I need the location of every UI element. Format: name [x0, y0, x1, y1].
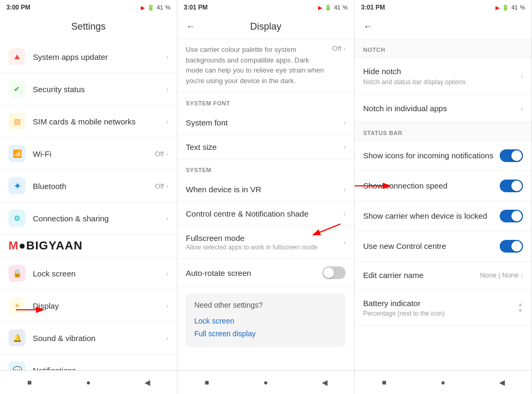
- settings-item-display[interactable]: ☀ Display ›: [0, 290, 177, 322]
- right-item-hide-notch[interactable]: Hide notch Notch and status bar display …: [355, 58, 531, 95]
- connection-label: Connection & sharing: [33, 214, 166, 223]
- sound-label: Sound & vibration: [33, 334, 166, 343]
- right-item-show-carrier[interactable]: Show carrier when device is locked: [355, 201, 531, 231]
- new-control-toggle[interactable]: [500, 240, 523, 253]
- dark-mode-row[interactable]: Use carrier colour palette for system ba…: [177, 39, 354, 93]
- right-item-new-control[interactable]: Use new Control centre: [355, 231, 531, 262]
- battery-icon-1: 🔋: [147, 4, 155, 11]
- dark-mode-chevron: ›: [344, 44, 346, 52]
- system-font-title: System font: [186, 118, 344, 127]
- right-item-edit-carrier[interactable]: Edit carrier name None | None ›: [355, 262, 531, 290]
- other-settings-link-lock[interactable]: Lock screen: [194, 315, 337, 327]
- settings-item-notifications[interactable]: 💬 Notifications ›: [0, 354, 177, 370]
- vr-title: When device is in VR: [186, 185, 344, 194]
- chevron-text-size: ›: [344, 143, 346, 151]
- nav-circle-2[interactable]: ●: [259, 376, 272, 389]
- nav-circle-1[interactable]: ●: [82, 376, 95, 389]
- show-icons-toggle[interactable]: [500, 149, 523, 162]
- battery-down-icon: ▼: [518, 308, 523, 314]
- display-item-system-font[interactable]: System font ›: [177, 111, 354, 135]
- battery-icon-2: 🔋: [324, 4, 332, 11]
- edit-carrier-value: None | None: [480, 271, 519, 279]
- control-centre-title: Control centre & Notification shade: [186, 209, 344, 218]
- sim-icon: ▤: [8, 113, 25, 130]
- bottom-nav-1: ■ ● ◀: [0, 370, 177, 394]
- wifi-label: Wi-Fi: [33, 149, 155, 158]
- settings-panel: 3:00 PM ▶ 🔋 41% Settings 🔺 System apps u…: [0, 0, 177, 394]
- display-item-text-size[interactable]: Text size ›: [177, 135, 354, 159]
- text-size-title: Text size: [186, 142, 344, 151]
- display-item-control-centre[interactable]: Control centre & Notification shade ›: [177, 202, 354, 226]
- display-item-vr[interactable]: When device is in VR ›: [177, 177, 354, 202]
- display-sub-panel: 3:01 PM ▶ 🔋 41% ← NOTCH Hide notch Notch…: [355, 0, 532, 394]
- display-icon: ☀: [8, 297, 25, 314]
- nav-square-1[interactable]: ■: [23, 376, 36, 389]
- settings-item-security[interactable]: ✔ Security status ›: [0, 73, 177, 105]
- record-icon-3: ▶: [495, 5, 500, 11]
- notch-individual-text: Notch in individual apps: [363, 103, 521, 114]
- right-item-show-icons[interactable]: Show icons for incoming notifications: [355, 141, 531, 171]
- nav-back-2[interactable]: ◀: [318, 376, 331, 389]
- right-item-notch-individual[interactable]: Notch in individual apps ›: [355, 95, 531, 123]
- control-centre-text: Control centre & Notification shade: [186, 209, 344, 218]
- text-size-text: Text size: [186, 142, 344, 151]
- status-icons-1: ▶ 🔋 41%: [141, 4, 170, 11]
- chevron-fullscreen: ›: [344, 238, 346, 246]
- wifi-icon: 📶: [8, 145, 25, 162]
- battery-level-1: 41: [157, 4, 163, 11]
- settings-item-lock[interactable]: 🔒 Lock screen ›: [0, 257, 177, 290]
- display-item-autorotate[interactable]: Auto-rotate screen: [177, 259, 354, 287]
- show-carrier-toggle[interactable]: [500, 210, 523, 222]
- settings-item-connection[interactable]: ⚙ Connection & sharing ›: [0, 202, 177, 235]
- chevron-display: ›: [166, 302, 168, 310]
- nav-circle-3[interactable]: ●: [437, 376, 449, 389]
- display-sub-header: ←: [355, 15, 531, 39]
- settings-item-sim[interactable]: ▤ SIM cards & mobile networks ›: [0, 105, 177, 138]
- status-icons-3: ▶ 🔋 41%: [495, 4, 525, 11]
- settings-item-wifi[interactable]: 📶 Wi-Fi Off ›: [0, 138, 177, 170]
- back-button-2[interactable]: ←: [186, 21, 195, 32]
- sim-label: SIM cards & mobile networks: [33, 117, 166, 126]
- show-carrier-text: Show carrier when device is locked: [363, 211, 500, 221]
- settings-item-bluetooth[interactable]: ✦ Bluetooth Off ›: [0, 170, 177, 202]
- new-control-text: Use new Control centre: [363, 241, 500, 252]
- chevron-lock: ›: [166, 270, 168, 277]
- connection-speed-toggle[interactable]: [500, 180, 523, 192]
- right-item-connection-speed[interactable]: Show connection speed: [355, 171, 531, 201]
- chevron-vr: ›: [344, 185, 346, 193]
- chevron-sim: ›: [166, 118, 168, 126]
- settings-item-system-apps[interactable]: 🔺 System apps updater ›: [0, 41, 177, 73]
- other-settings-link-fullscreen[interactable]: Full screen display: [194, 327, 337, 340]
- nav-back-1[interactable]: ◀: [141, 376, 154, 389]
- section-label-font: SYSTEM FONT: [177, 93, 354, 111]
- notifications-label: Notifications: [33, 366, 166, 371]
- status-icons-2: ▶ 🔋 41%: [318, 4, 348, 11]
- record-icon-2: ▶: [318, 5, 322, 11]
- hide-notch-sub: Notch and status bar display options: [363, 78, 521, 86]
- display-content: Use carrier colour palette for system ba…: [177, 39, 354, 370]
- bluetooth-icon: ✦: [8, 177, 25, 194]
- status-bar-1: 3:00 PM ▶ 🔋 41%: [0, 0, 177, 15]
- logo-text: M●BIGYAAN: [8, 239, 83, 253]
- dark-mode-value-row: Off ›: [332, 44, 346, 52]
- show-carrier-title: Show carrier when device is locked: [363, 211, 500, 221]
- bottom-nav-2: ■ ● ◀: [177, 370, 354, 394]
- settings-item-sound[interactable]: 🔔 Sound & vibration ›: [0, 322, 177, 354]
- section-label-status-bar: STATUS BAR: [355, 122, 531, 141]
- chevron-edit-carrier: ›: [521, 271, 523, 279]
- system-font-text: System font: [186, 118, 344, 127]
- nav-back-3[interactable]: ◀: [495, 376, 508, 389]
- autorotate-title: Auto-rotate screen: [186, 268, 322, 277]
- display-item-fullscreen[interactable]: Fullscreen mode Allow selected apps to w…: [177, 226, 354, 259]
- hide-notch-text: Hide notch Notch and status bar display …: [363, 66, 521, 86]
- nav-square-2[interactable]: ■: [201, 376, 213, 389]
- chevron-wifi: ›: [166, 150, 168, 158]
- battery-updown[interactable]: ▲ ▼: [518, 302, 523, 314]
- right-item-battery-indicator[interactable]: Battery indicator Percentage (next to th…: [355, 290, 531, 327]
- settings-title: Settings: [0, 15, 177, 41]
- autorotate-toggle[interactable]: [322, 266, 346, 279]
- notifications-icon: 💬: [8, 362, 25, 370]
- back-button-3[interactable]: ←: [363, 21, 373, 32]
- section-label-system: SYSTEM: [177, 159, 354, 177]
- nav-square-3[interactable]: ■: [378, 376, 391, 389]
